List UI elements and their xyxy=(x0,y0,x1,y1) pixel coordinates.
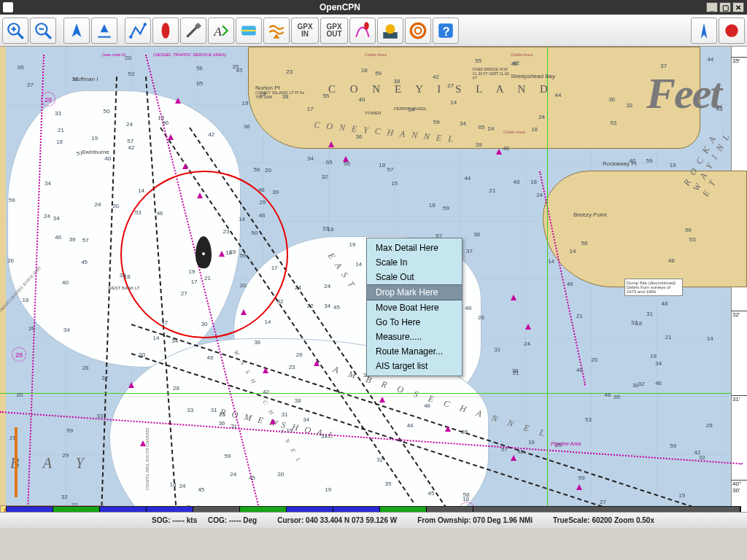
sounding: 34 xyxy=(303,416,309,423)
chart-canvas[interactable]: 35' 33' 32' 31' 40° 30' Feet C O N E Y I… xyxy=(0,47,747,528)
sounding: 59 xyxy=(375,70,382,77)
sounding: 46 xyxy=(157,210,163,217)
sounding: 55 xyxy=(322,93,329,99)
sounding: 26 xyxy=(7,257,14,264)
zoom-in-button[interactable] xyxy=(2,18,28,44)
track-button[interactable] xyxy=(349,18,376,44)
sounding: 36 xyxy=(356,133,363,140)
sounding: 59 xyxy=(225,453,231,459)
minimize-button[interactable]: _ xyxy=(706,2,718,12)
sounding: 23 xyxy=(222,228,229,235)
menu-ais-list[interactable]: AIS target list xyxy=(367,359,462,373)
menu-route-mgr[interactable]: Route Manager... xyxy=(367,344,462,359)
text-button[interactable]: A xyxy=(208,18,234,44)
buoy-icon xyxy=(445,426,451,432)
gpx-out-button[interactable]: GPX OUT xyxy=(320,18,348,44)
sounding: 19 xyxy=(229,249,236,255)
sounding: 19 xyxy=(325,486,331,493)
buoy-icon xyxy=(270,419,276,424)
sounding: 19 xyxy=(242,100,249,106)
sounding: 48 xyxy=(206,354,213,361)
menu-move-boat[interactable]: Move Boat Here xyxy=(367,300,462,315)
sounding: 18 xyxy=(379,162,385,168)
sounding: 37 xyxy=(101,375,108,381)
sounding: 34 xyxy=(409,106,415,113)
sounding: 18 xyxy=(429,202,436,209)
menu-scale-out[interactable]: Scale Out xyxy=(367,270,462,284)
sounding: 14 xyxy=(548,258,554,265)
ais-button[interactable] xyxy=(236,18,262,44)
print-button[interactable] xyxy=(377,18,403,44)
sounding: 50 xyxy=(103,108,109,114)
svg-point-10 xyxy=(129,35,132,38)
chart-scale-button[interactable] xyxy=(91,18,117,44)
sounding: 53 xyxy=(128,71,134,77)
sounding: 27 xyxy=(27,82,34,88)
status-sog: SOG: ----- kts xyxy=(152,516,197,524)
tide-scale-icon xyxy=(15,427,18,497)
sounding: 40 xyxy=(62,279,69,286)
sounding: 32 xyxy=(626,102,632,109)
close-button[interactable]: ✕ xyxy=(732,2,744,12)
sounding: 46 xyxy=(258,187,265,193)
status-bar: SOG: ----- kts COG: ----- Deg Cursor: 04… xyxy=(0,512,747,528)
sounding: 19 xyxy=(349,241,355,248)
zoom-out-button[interactable] xyxy=(30,18,56,44)
follow-ship-button[interactable] xyxy=(152,18,179,44)
sounding: 14 xyxy=(170,481,177,488)
help-button[interactable]: ? xyxy=(433,18,459,44)
sounding: 24 xyxy=(488,125,495,132)
current-button[interactable] xyxy=(263,18,290,44)
sounding: 14 xyxy=(355,261,362,268)
sounding: 24 xyxy=(538,114,545,120)
sounding: 56 xyxy=(685,227,692,233)
sounding: 19 xyxy=(91,135,98,141)
gpx-in-button[interactable]: GPX IN xyxy=(291,18,319,44)
sounding: 20 xyxy=(277,471,284,478)
sounding: 65 xyxy=(461,429,468,435)
sounding: 28 xyxy=(296,351,303,358)
menu-measure[interactable]: Measure..... xyxy=(367,330,462,344)
settings-button[interactable] xyxy=(180,18,206,44)
sounding: 46 xyxy=(55,234,61,241)
sounding: 24 xyxy=(324,283,330,289)
gps-status-icon[interactable] xyxy=(719,18,745,44)
buoy-icon xyxy=(182,163,188,169)
sounding: 59 xyxy=(9,197,15,203)
sounding: 32 xyxy=(277,298,284,305)
mob-button[interactable] xyxy=(405,18,431,44)
svg-line-5 xyxy=(45,33,51,39)
maximize-button[interactable]: ▢ xyxy=(719,2,731,12)
buoy-icon xyxy=(379,397,385,402)
compass-north-icon[interactable] xyxy=(691,18,717,44)
menu-scale-in[interactable]: Scale In xyxy=(367,255,462,270)
sounding: 20 xyxy=(591,357,597,363)
ship-center-button[interactable] xyxy=(63,18,90,44)
sounding: 65 xyxy=(479,124,485,131)
buoy-icon xyxy=(525,324,531,330)
sounding: 39 xyxy=(272,189,279,195)
sounding: 28 xyxy=(82,365,89,371)
sounding: 46 xyxy=(576,367,583,373)
sounding: 40 xyxy=(629,158,635,164)
sounding: 15 xyxy=(678,492,685,499)
buoy-icon xyxy=(511,295,516,300)
sounding: 27 xyxy=(600,499,606,505)
sounding: 36 xyxy=(219,420,225,427)
buoy-icon xyxy=(241,309,247,315)
menu-go-to[interactable]: Go To Here xyxy=(367,315,462,330)
sounding: 35 xyxy=(385,481,392,487)
sounding: 57 xyxy=(387,166,394,173)
sounding: 14 xyxy=(450,99,457,106)
sounding: 20 xyxy=(125,55,131,61)
route-create-button[interactable] xyxy=(125,18,151,44)
sounding: 45 xyxy=(198,486,204,493)
sounding: 46 xyxy=(424,402,430,409)
sounding: 40 xyxy=(104,155,111,162)
menu-drop-mark[interactable]: Drop Mark Here xyxy=(367,284,462,300)
sounding: 57 xyxy=(127,138,133,144)
svg-text:?: ? xyxy=(443,24,450,37)
sounding: 17 xyxy=(307,106,314,112)
sounding: 30 xyxy=(632,382,639,389)
menu-max-detail[interactable]: Max Detail Here xyxy=(367,241,462,255)
